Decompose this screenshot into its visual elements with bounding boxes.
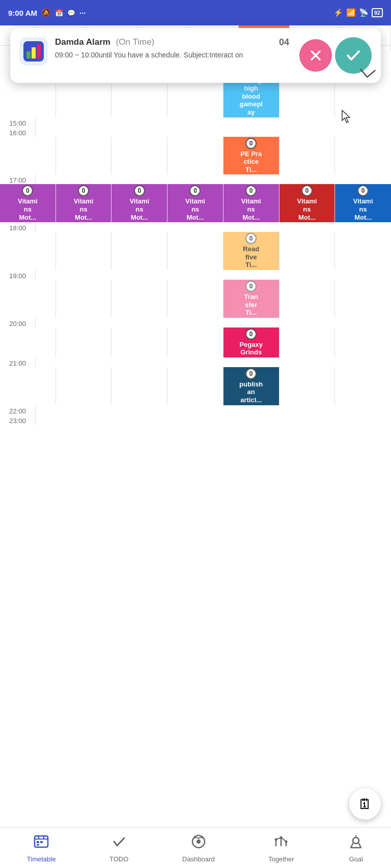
vit2-badge: 0 bbox=[78, 185, 89, 196]
read-five-event[interactable]: 0 ReadfiveTi... bbox=[224, 232, 279, 270]
time-2000: 20:00 bbox=[0, 318, 36, 327]
cell-2100-5-publish[interactable]: 0 publishanarticl... bbox=[224, 367, 280, 405]
time-2300: 23:00 bbox=[0, 415, 36, 425]
cell-2100-1 bbox=[0, 367, 56, 405]
cell-2100-7 bbox=[335, 367, 391, 405]
svg-rect-2 bbox=[32, 47, 36, 58]
cell-2000-7 bbox=[335, 327, 391, 357]
pe-practice-event[interactable]: 0 PE PracticeTi... bbox=[224, 137, 279, 175]
time-1800: 18:00 bbox=[0, 222, 36, 232]
vit2-text: VitaminsMot... bbox=[74, 197, 94, 221]
cell-1800-5-read[interactable]: 0 ReadfiveTi... bbox=[224, 232, 280, 270]
vit5-badge: 0 bbox=[245, 185, 257, 196]
notif-title: Damda Alarm (On Time) bbox=[55, 37, 272, 47]
cell-2000-5-pegaxy[interactable]: 0 PegaxyGrinds bbox=[224, 327, 280, 357]
cell-2100-6 bbox=[280, 367, 336, 405]
cell-1600-7 bbox=[335, 137, 391, 175]
publish-badge: 0 bbox=[245, 368, 257, 379]
cell-2000-1 bbox=[0, 327, 56, 357]
cell-1600-6 bbox=[280, 137, 336, 175]
cell-1700-5-vit[interactable]: 0 VitaminsMot... bbox=[224, 184, 280, 222]
notif-content: Damda Alarm (On Time) 09:00 ~ 10:00until… bbox=[55, 37, 272, 61]
pe-text: PE PracticeTi... bbox=[240, 150, 262, 174]
vit4-badge: 0 bbox=[189, 185, 201, 196]
vitamins-3[interactable]: 0 VitaminsMot... bbox=[111, 184, 167, 222]
row-1800: 18:00 0 ReadfiveTi... bbox=[0, 222, 391, 270]
row-2200: 22:00 bbox=[0, 405, 391, 415]
bottom-navigation: Timetable TODO Dashboard bbox=[0, 827, 391, 868]
cell-1900-3 bbox=[111, 280, 167, 318]
svg-rect-11 bbox=[40, 841, 43, 843]
cell-1700-4-vit[interactable]: 0 VitaminsMot... bbox=[167, 184, 224, 222]
discord-icon: 💬 bbox=[67, 9, 75, 17]
svg-point-21 bbox=[353, 837, 359, 844]
status-bar: 9:00 AM 🔕 📅 💬 ··· ⚡ 📶 📡 92 bbox=[0, 0, 391, 25]
notif-actions bbox=[299, 37, 372, 74]
cell-1700-3-vit[interactable]: 0 VitaminsMot... bbox=[111, 184, 167, 222]
cell-2100-2 bbox=[56, 367, 112, 405]
vit7-badge: 0 bbox=[357, 185, 369, 196]
nav-goal[interactable]: Goal bbox=[348, 833, 364, 863]
svg-point-14 bbox=[197, 840, 201, 844]
pe-badge: 0 bbox=[245, 138, 257, 149]
svg-rect-10 bbox=[37, 841, 39, 843]
dashboard-label: Dashboard bbox=[182, 855, 215, 863]
vit4-text: VitaminsMot... bbox=[185, 197, 205, 221]
read-badge: 0 bbox=[245, 233, 257, 244]
confirm-button[interactable] bbox=[335, 37, 372, 74]
notif-body: 09:00 ~ 10:00until You have a schedule. … bbox=[55, 50, 272, 61]
day-cells-2100: 0 publishanarticl... bbox=[0, 367, 391, 405]
row-2000: 20:00 0 PegaxyGrinds bbox=[0, 318, 391, 357]
notification-popup: Damda Alarm (On Time) 09:00 ~ 10:00until… bbox=[10, 28, 381, 83]
cell-1600-4 bbox=[167, 137, 224, 175]
svg-point-19 bbox=[280, 836, 283, 839]
dismiss-button[interactable] bbox=[299, 39, 332, 72]
cell-2100-3 bbox=[111, 367, 167, 405]
vit1-badge: 0 bbox=[22, 185, 33, 196]
fab-button[interactable]: 🗓 bbox=[349, 788, 381, 820]
cell-1700-7-vit[interactable]: 0 VitaminsMot... bbox=[335, 184, 391, 222]
cell-1900-1 bbox=[0, 280, 56, 318]
fab-calendar-icon: 🗓 bbox=[358, 796, 372, 813]
cell-1800-4 bbox=[167, 232, 224, 270]
vitamins-4[interactable]: 0 VitaminsMot... bbox=[167, 184, 223, 222]
nav-together[interactable]: Together bbox=[268, 833, 294, 863]
cell-1600-5-pe[interactable]: 0 PE PracticeTi... bbox=[224, 137, 280, 175]
vitamins-7[interactable]: 0 VitaminsMot... bbox=[335, 184, 391, 222]
vitamins-2[interactable]: 0 VitaminsMot... bbox=[56, 184, 111, 222]
bluetooth-icon: ⚡ bbox=[333, 8, 343, 17]
mute-icon: 🔕 bbox=[41, 8, 51, 17]
timetable-label: Timetable bbox=[27, 855, 56, 863]
cell-1900-4 bbox=[167, 280, 224, 318]
nav-todo[interactable]: TODO bbox=[109, 833, 128, 863]
cell-1700-2-vit[interactable]: 0 VitaminsMot... bbox=[56, 184, 112, 222]
vit6-text: VitaminsMot... bbox=[297, 197, 317, 221]
transfer-event[interactable]: 0 TransferTi... bbox=[224, 280, 279, 318]
vitamins-6[interactable]: 0 VitaminsMot... bbox=[280, 184, 335, 222]
cell-1900-5-transfer[interactable]: 0 TransferTi... bbox=[224, 280, 280, 318]
more-icon: ··· bbox=[79, 9, 86, 17]
nav-dashboard[interactable]: Dashboard bbox=[182, 833, 215, 863]
svg-point-20 bbox=[285, 840, 288, 843]
cell-1800-6 bbox=[280, 232, 336, 270]
vit7-text: VitaminsMot... bbox=[353, 197, 373, 221]
nav-timetable[interactable]: Timetable bbox=[27, 833, 56, 863]
todo-label: TODO bbox=[109, 855, 128, 863]
signal-icon: 📶 bbox=[346, 8, 356, 17]
row-1600: 16:00 0 PE PracticeTi... bbox=[0, 127, 391, 175]
transfer-badge: 0 bbox=[245, 281, 257, 292]
vitamins-5[interactable]: 0 VitaminsMot... bbox=[224, 184, 279, 222]
notif-app-icon bbox=[19, 37, 48, 66]
vitamins-1[interactable]: 0 VitaminsMot... bbox=[0, 184, 55, 222]
svg-rect-1 bbox=[26, 51, 31, 58]
vit5-text: VitaminsMot... bbox=[241, 197, 261, 221]
svg-rect-3 bbox=[37, 44, 41, 58]
cell-1700-1-vit[interactable]: 0 VitaminsMot... bbox=[0, 184, 56, 222]
publish-article-event[interactable]: 0 publishanarticl... bbox=[224, 367, 279, 405]
vit3-badge: 0 bbox=[134, 185, 145, 196]
cell-1700-6-vit[interactable]: 0 VitaminsMot... bbox=[280, 184, 336, 222]
cell-1600-2 bbox=[56, 137, 112, 175]
together-label: Together bbox=[268, 855, 294, 863]
pegaxy-grinds-event[interactable]: 0 PegaxyGrinds bbox=[224, 327, 279, 357]
day-cells-1600: 0 PE PracticeTi... bbox=[0, 137, 391, 175]
